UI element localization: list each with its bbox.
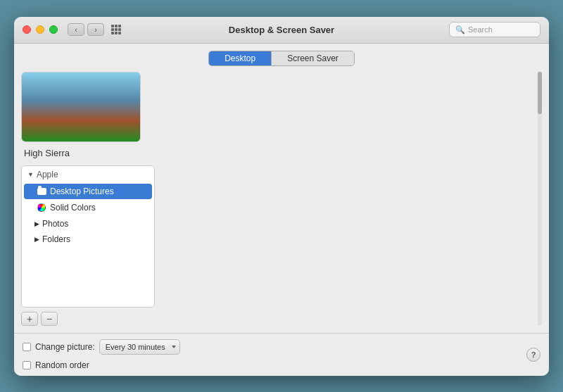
wallpaper-thumb[interactable] bbox=[162, 89, 253, 91]
forward-button[interactable]: › bbox=[87, 23, 104, 36]
desktop-pictures-label: Desktop Pictures bbox=[50, 186, 114, 196]
left-bottom: + − bbox=[21, 308, 155, 326]
wallpaper-thumb[interactable] bbox=[350, 83, 442, 86]
random-order-checkbox[interactable] bbox=[23, 361, 31, 369]
scrollbar-thumb[interactable] bbox=[538, 72, 542, 114]
change-picture-checkbox[interactable] bbox=[23, 343, 31, 351]
wallpaper-grid bbox=[162, 72, 542, 97]
tabs-bar: Desktop Screen Saver bbox=[14, 44, 549, 72]
folders-label: Folders bbox=[42, 234, 70, 244]
forward-icon: › bbox=[94, 25, 97, 34]
maximize-button[interactable] bbox=[49, 25, 58, 34]
change-picture-row: Change picture: Every 30 minutes bbox=[23, 339, 180, 355]
interval-dropdown[interactable]: Every 30 minutes bbox=[99, 339, 180, 355]
apple-section-header[interactable]: ▼ Apple bbox=[22, 166, 154, 183]
wallpaper-thumb[interactable] bbox=[256, 94, 348, 97]
titlebar: ‹ › Desktop & Screen Saver 🔍 Search bbox=[14, 17, 549, 44]
photos-label: Photos bbox=[42, 219, 68, 229]
sidebar-item-folders[interactable]: ▶ Folders bbox=[22, 232, 154, 247]
wallpaper-thumb[interactable] bbox=[445, 83, 536, 86]
wallpaper-thumb[interactable] bbox=[256, 72, 348, 75]
back-icon: ‹ bbox=[75, 25, 77, 34]
close-button[interactable] bbox=[23, 25, 31, 34]
search-box[interactable]: 🔍 Search bbox=[449, 22, 540, 37]
plus-icon: + bbox=[27, 314, 32, 324]
traffic-lights bbox=[23, 25, 58, 34]
sidebar-item-solid-colors[interactable]: Solid Colors bbox=[24, 200, 152, 215]
wallpaper-thumb[interactable] bbox=[162, 72, 253, 75]
minimize-button[interactable] bbox=[36, 25, 44, 34]
left-panel: High Sierra ▼ Apple Desktop Pictures bbox=[21, 72, 155, 326]
right-panel bbox=[162, 72, 542, 326]
tab-desktop[interactable]: Desktop bbox=[209, 51, 272, 65]
wallpaper-thumb[interactable] bbox=[162, 77, 253, 80]
wallpaper-thumb[interactable] bbox=[256, 89, 348, 91]
color-wheel-icon bbox=[37, 203, 46, 213]
help-button[interactable]: ? bbox=[526, 348, 540, 362]
help-icon: ? bbox=[531, 350, 536, 359]
back-button[interactable]: ‹ bbox=[68, 23, 84, 36]
sidebar: ▼ Apple Desktop Pictures Solid Colors bbox=[21, 165, 155, 308]
remove-button[interactable]: − bbox=[41, 312, 58, 326]
sidebar-item-photos[interactable]: ▶ Photos bbox=[22, 216, 154, 232]
wallpaper-thumb[interactable] bbox=[445, 77, 536, 80]
folder-shape bbox=[37, 188, 46, 195]
wallpaper-thumb[interactable] bbox=[445, 94, 536, 97]
wallpaper-preview bbox=[21, 72, 141, 142]
tab-segment: Desktop Screen Saver bbox=[208, 51, 355, 66]
wallpaper-thumb[interactable] bbox=[162, 83, 253, 86]
wallpaper-thumb[interactable] bbox=[445, 72, 536, 75]
grid-view-button[interactable] bbox=[110, 23, 122, 36]
tab-screensaver[interactable]: Screen Saver bbox=[272, 51, 354, 65]
wallpaper-thumb[interactable] bbox=[445, 89, 536, 91]
wallpaper-thumb[interactable] bbox=[162, 94, 253, 97]
folder-icon bbox=[37, 186, 46, 196]
scrollbar-track bbox=[538, 72, 542, 326]
nav-buttons: ‹ › bbox=[68, 23, 104, 36]
wallpaper-thumb[interactable] bbox=[350, 72, 442, 75]
triangle-icon: ▼ bbox=[27, 171, 34, 178]
preview-label: High Sierra bbox=[21, 148, 155, 158]
search-icon: 🔍 bbox=[455, 25, 465, 34]
bottom-right: ? bbox=[526, 348, 540, 362]
wallpaper-thumb[interactable] bbox=[350, 89, 442, 91]
minus-icon: − bbox=[46, 314, 52, 324]
random-order-row: Random order bbox=[23, 360, 180, 370]
apple-section-label: Apple bbox=[37, 170, 58, 179]
folders-triangle-icon: ▶ bbox=[34, 236, 39, 243]
grid-icon bbox=[111, 25, 121, 34]
wallpaper-thumb[interactable] bbox=[256, 77, 348, 80]
wallpaper-thumb[interactable] bbox=[256, 83, 348, 86]
interval-value: Every 30 minutes bbox=[106, 343, 165, 351]
preview-image bbox=[22, 72, 140, 141]
sidebar-item-desktop-pictures[interactable]: Desktop Pictures bbox=[24, 184, 152, 199]
solid-colors-label: Solid Colors bbox=[50, 203, 96, 213]
change-picture-label: Change picture: bbox=[35, 342, 95, 352]
bottom-controls: Change picture: Every 30 minutes Random … bbox=[14, 333, 549, 376]
main-content: High Sierra ▼ Apple Desktop Pictures bbox=[14, 72, 549, 333]
controls-rows: Change picture: Every 30 minutes Random … bbox=[23, 339, 180, 370]
random-order-label: Random order bbox=[35, 360, 89, 370]
color-wheel bbox=[37, 203, 46, 212]
main-window: ‹ › Desktop & Screen Saver 🔍 Search Desk… bbox=[14, 17, 549, 376]
wallpaper-thumb[interactable] bbox=[350, 77, 442, 80]
wallpaper-thumb[interactable] bbox=[350, 94, 442, 97]
search-placeholder: Search bbox=[468, 25, 493, 34]
photos-triangle-icon: ▶ bbox=[34, 220, 39, 227]
window-title: Desktop & Screen Saver bbox=[229, 25, 334, 35]
add-button[interactable]: + bbox=[21, 312, 38, 326]
